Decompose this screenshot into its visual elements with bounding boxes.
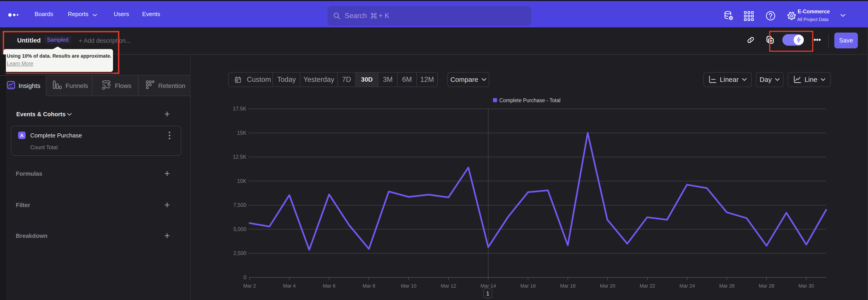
svg-text:Mar 28: Mar 28 [759, 283, 774, 289]
svg-text:Mar 10: Mar 10 [401, 283, 416, 289]
svg-text:Mar 6: Mar 6 [323, 283, 336, 289]
svg-text:Mar 16: Mar 16 [520, 283, 536, 289]
svg-text:2,500: 2,500 [233, 250, 246, 256]
svg-text:Mar 26: Mar 26 [719, 283, 735, 289]
svg-text:Mar 30: Mar 30 [799, 283, 814, 289]
svg-text:Mar 8: Mar 8 [363, 283, 375, 289]
svg-text:0: 0 [243, 274, 246, 280]
svg-text:Mar 4: Mar 4 [283, 283, 296, 289]
svg-text:Mar 24: Mar 24 [680, 283, 695, 289]
svg-text:Mar 12: Mar 12 [441, 283, 456, 289]
svg-text:17.5K: 17.5K [233, 106, 247, 112]
svg-text:Mar 20: Mar 20 [600, 283, 615, 289]
svg-text:15K: 15K [237, 130, 247, 136]
svg-text:Mar 22: Mar 22 [640, 283, 655, 289]
svg-text:Mar 14: Mar 14 [480, 283, 496, 289]
svg-text:10K: 10K [237, 178, 247, 184]
svg-text:5,000: 5,000 [233, 226, 246, 232]
svg-text:12.5K: 12.5K [233, 154, 247, 160]
svg-text:7,500: 7,500 [233, 202, 246, 208]
svg-text:Mar 18: Mar 18 [560, 283, 576, 289]
svg-text:Mar 2: Mar 2 [243, 283, 256, 289]
